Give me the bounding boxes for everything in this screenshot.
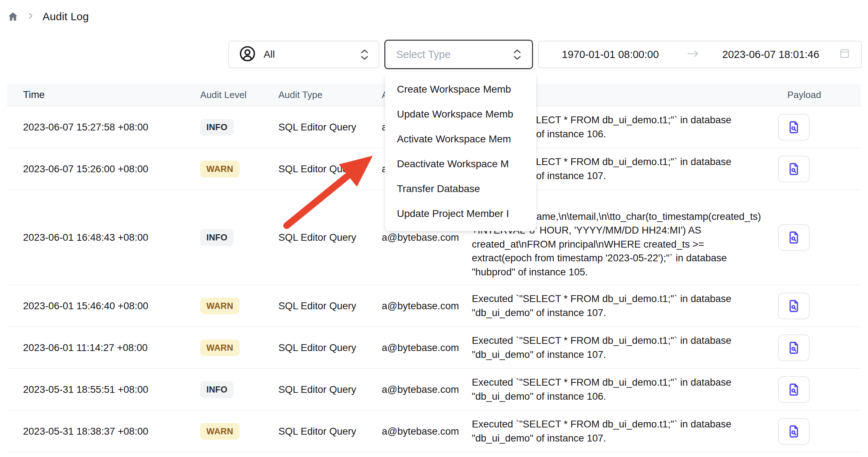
breadcrumb: Audit Log [7, 9, 89, 25]
chevrons-up-down-icon [361, 49, 368, 60]
audit-level-badge: WARN [200, 340, 240, 356]
date-range-start: 1970-01-01 08:00:00 [562, 49, 659, 61]
type-filter-select[interactable]: Select Type [384, 40, 533, 69]
dropdown-option[interactable]: Deactivate Workspace M [385, 151, 536, 176]
page-title: Audit Log [42, 10, 89, 23]
cell-actor: a@bytebase.com [382, 426, 472, 437]
column-header-payload: Payload [771, 89, 861, 101]
view-payload-button[interactable] [778, 293, 810, 319]
cell-time: 2023-05-31 18:55:51 +08:00 [7, 384, 200, 395]
dropdown-option[interactable]: Transfer Database [385, 176, 536, 201]
cell-audit-type: SQL Editor Query [278, 426, 382, 437]
cell-actor: a@bytebase.com [382, 300, 472, 312]
cell-time: 2023-06-01 15:46:40 +08:00 [7, 300, 200, 312]
cell-comment: Executed `"SELECT * FROM db_ui_demo.t1;"… [472, 417, 771, 445]
cell-audit-type: SQL Editor Query [278, 384, 382, 395]
cell-audit-type: SQL Editor Query [278, 232, 382, 243]
user-circle-icon [239, 45, 256, 63]
cell-time: 2023-06-01 11:14:27 +08:00 [7, 342, 200, 354]
dropdown-option[interactable]: Update Workspace Memb [385, 102, 536, 127]
cell-time: 2023-06-07 15:26:00 +08:00 [7, 163, 200, 175]
chevron-right-icon [27, 12, 35, 21]
dropdown-option[interactable]: Update Project Member I [385, 201, 536, 226]
table-row: 2023-06-01 15:46:40 +08:00 WARN SQL Edit… [7, 285, 861, 327]
cell-audit-type: SQL Editor Query [278, 300, 382, 312]
view-payload-button[interactable] [778, 376, 810, 403]
audit-level-badge: WARN [200, 423, 240, 440]
table-row: 2023-05-31 18:38:37 +08:00 WARN SQL Edit… [7, 411, 861, 452]
view-payload-button[interactable] [778, 156, 810, 182]
cell-actor: a@bytebase.com [382, 384, 472, 395]
calendar-icon [839, 47, 850, 62]
cell-actor: a@bytebase.com [382, 342, 472, 354]
type-filter-placeholder: Select Type [396, 49, 451, 61]
actor-filter-value: All [264, 49, 275, 60]
arrow-right-icon [687, 49, 699, 61]
cell-audit-type: SQL Editor Query [278, 163, 382, 175]
cell-actor: a@bytebase.com [382, 232, 472, 243]
audit-level-badge: WARN [200, 161, 240, 177]
file-search-icon [787, 230, 801, 245]
column-header-audit-type: Audit Type [278, 89, 382, 101]
home-icon[interactable] [7, 11, 19, 22]
cell-audit-type: SQL Editor Query [278, 121, 382, 133]
chevrons-up-down-icon [513, 49, 521, 60]
table-row: 2023-06-01 11:14:27 +08:00 WARN SQL Edit… [7, 327, 861, 369]
view-payload-button[interactable] [778, 224, 810, 251]
cell-comment: Executed `"SELECT * FROM db_ui_demo.t1;"… [472, 292, 771, 320]
cell-time: 2023-05-31 18:38:37 +08:00 [7, 426, 200, 437]
date-range-picker[interactable]: 1970-01-01 08:00:00 2023-06-07 18:01:46 [538, 41, 862, 68]
view-payload-button[interactable] [778, 114, 810, 141]
cell-time: 2023-06-01 16:48:43 +08:00 [7, 232, 200, 243]
cell-audit-type: SQL Editor Query [278, 342, 382, 354]
dropdown-option[interactable]: Activate Workspace Mem [385, 127, 536, 151]
cell-time: 2023-06-07 15:27:58 +08:00 [7, 121, 200, 133]
file-search-icon [787, 299, 801, 313]
cell-comment: Executed `"SELECT * FROM db_ui_demo.t1;"… [472, 376, 771, 403]
file-search-icon [787, 424, 801, 439]
audit-log-page: Audit Log All Select Type 1970-01-01 08:… [0, 0, 868, 457]
table-row: 2023-05-31 18:55:51 +08:00 INFO SQL Edit… [7, 369, 861, 411]
view-payload-button[interactable] [778, 418, 810, 445]
cell-comment: Executed `"SELECT * FROM db_ui_demo.t1;"… [472, 334, 771, 361]
audit-level-badge: INFO [200, 229, 234, 246]
audit-level-badge: INFO [200, 119, 234, 136]
file-search-icon [787, 162, 801, 176]
file-search-icon [787, 382, 801, 397]
dropdown-option[interactable]: Create Workspace Memb [385, 77, 536, 102]
column-header-time: Time [7, 89, 200, 101]
file-search-icon [787, 120, 801, 134]
file-search-icon [787, 341, 801, 355]
type-dropdown-menu: Create Workspace Memb Update Workspace M… [385, 72, 536, 231]
audit-level-badge: WARN [200, 298, 240, 314]
view-payload-button[interactable] [778, 334, 810, 361]
date-range-end: 2023-06-07 18:01:46 [722, 49, 819, 61]
actor-filter-select[interactable]: All [228, 41, 379, 68]
audit-level-badge: INFO [200, 381, 234, 398]
column-header-audit-level: Audit Level [200, 89, 278, 101]
